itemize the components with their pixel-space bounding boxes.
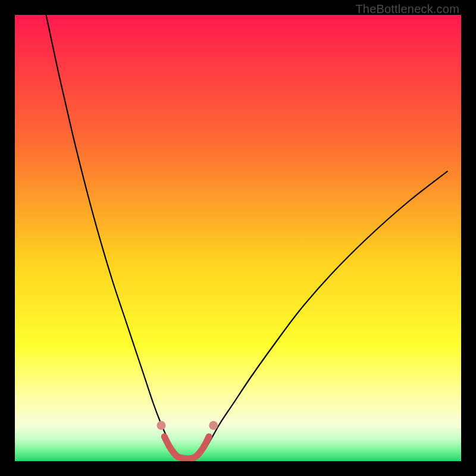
curve-layer [15, 15, 461, 461]
trough-marker-curve [164, 437, 209, 459]
curve-left-branch [46, 15, 180, 457]
chart-frame: TheBottleneck.com [0, 0, 476, 476]
marker-dot-left [157, 421, 166, 430]
marker-dot-right [209, 421, 218, 430]
plot-area [15, 15, 461, 461]
curve-right-branch [199, 171, 448, 457]
watermark-text: TheBottleneck.com [355, 2, 459, 16]
